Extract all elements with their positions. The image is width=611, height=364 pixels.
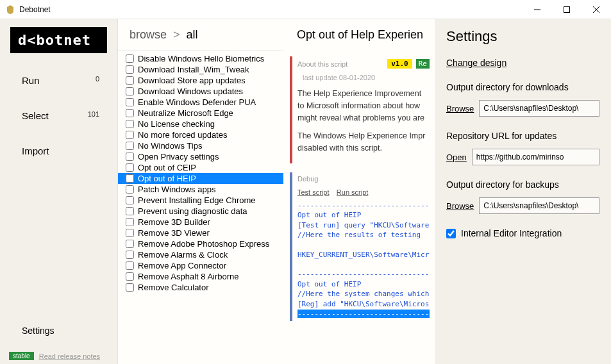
script-checkbox[interactable] — [126, 142, 134, 150]
settings-title: Settings — [446, 28, 599, 45]
editor-integration-label: Internal Editor Integration — [461, 228, 562, 238]
about-panel: About this script v1.0 Re last update 08… — [290, 56, 435, 163]
sidebar-item-run[interactable]: Run 0 — [3, 69, 115, 92]
sidebar-count: 0 — [96, 75, 99, 86]
editor-integration-row[interactable]: Internal Editor Integration — [446, 228, 599, 238]
script-checkbox[interactable] — [126, 240, 134, 248]
last-update: last update 08-01-2020 — [297, 74, 430, 81]
change-design-link[interactable]: Change design — [446, 58, 506, 68]
script-checkbox[interactable] — [126, 131, 134, 139]
script-checkbox[interactable] — [126, 163, 134, 172]
script-checkbox[interactable] — [126, 174, 134, 183]
script-checkbox[interactable] — [126, 109, 134, 117]
script-label: No Windows Tips — [138, 141, 202, 151]
script-label: Remove Alarms & Clock — [138, 250, 228, 260]
sidebar-label: Import — [22, 145, 49, 156]
app-icon — [5, 4, 15, 15]
script-checkbox[interactable] — [126, 153, 134, 161]
script-label: Neutralize Microsoft Edge — [138, 108, 233, 118]
list-item[interactable]: No Windows Tips — [118, 140, 283, 151]
script-checkbox[interactable] — [126, 120, 134, 128]
list-item[interactable]: Download Install_Wim_Tweak — [118, 64, 283, 75]
page-title: Opt out of Help Experien — [297, 28, 423, 42]
script-checkbox[interactable] — [126, 65, 134, 74]
list-item[interactable]: Remove Calculator — [118, 282, 283, 293]
release-notes-link[interactable]: Read release notes — [39, 352, 100, 360]
stable-badge: stable — [9, 352, 34, 360]
list-item[interactable]: Download Store app updates — [118, 75, 283, 86]
output-dl-input[interactable] — [479, 100, 599, 117]
script-checkbox[interactable] — [126, 87, 134, 95]
sidebar-item-import[interactable]: Import — [3, 139, 115, 163]
about-text-1: The Help Experience Improvement to Micro… — [297, 88, 430, 124]
debug-panel: Debug Test script Run script -----------… — [290, 172, 435, 322]
list-item[interactable]: Download Windows updates — [118, 86, 283, 97]
list-item[interactable]: Open Privacy settings — [118, 151, 283, 162]
browse-bk-link[interactable]: Browse — [446, 201, 474, 211]
script-list[interactable]: Disable Windows Hello BiometricsDownload… — [118, 51, 283, 364]
list-item[interactable]: Remove App Connector — [118, 260, 283, 271]
open-repo-link[interactable]: Open — [446, 153, 467, 162]
browse-dl-link[interactable]: Browse — [446, 104, 474, 113]
script-checkbox[interactable] — [126, 207, 134, 215]
editor-integration-checkbox[interactable] — [446, 229, 456, 238]
sidebar: d<botnet Run 0 Select 101 Import Setting… — [0, 19, 117, 364]
script-checkbox[interactable] — [126, 261, 134, 270]
debug-console[interactable]: -------------------------------- Opt out… — [297, 201, 430, 319]
list-item[interactable]: No more forced updates — [118, 129, 283, 140]
test-script-link[interactable]: Test script — [297, 188, 330, 196]
close-button[interactable] — [582, 0, 611, 19]
script-label: Opt out of HEIP — [138, 174, 196, 183]
list-item[interactable]: Disable Windows Hello Biometrics — [118, 53, 283, 64]
about-text-2: The Windows Help Experience Impr disable… — [297, 130, 430, 154]
list-item[interactable]: Opt out of HEIP — [118, 173, 283, 184]
script-label: Remove Adobe Photoshop Express — [138, 239, 269, 249]
breadcrumb-root[interactable]: browse — [130, 28, 167, 42]
list-item[interactable]: Patch Windows apps — [118, 184, 283, 195]
script-checkbox[interactable] — [126, 196, 134, 204]
script-checkbox[interactable] — [126, 283, 134, 292]
list-item[interactable]: Prevent using diagnostic data — [118, 206, 283, 217]
script-checkbox[interactable] — [126, 218, 134, 226]
script-label: No License checking — [138, 119, 215, 129]
list-item[interactable]: No License checking — [118, 119, 283, 129]
script-checkbox[interactable] — [126, 229, 134, 237]
script-label: Download Windows updates — [138, 87, 243, 96]
titlebar: Debotnet — [0, 0, 611, 19]
script-label: Remove Asphalt 8 Airborne — [138, 272, 239, 281]
maximize-button[interactable] — [552, 0, 582, 19]
window-title: Debotnet — [19, 5, 523, 14]
script-label: Prevent Installing Edge Chrome — [138, 195, 256, 205]
run-script-link[interactable]: Run script — [337, 188, 369, 196]
list-item[interactable]: Remove Alarms & Clock — [118, 249, 283, 260]
breadcrumb-current: all — [187, 28, 198, 42]
sidebar-item-select[interactable]: Select 101 — [3, 104, 115, 128]
sidebar-item-settings[interactable]: Settings — [3, 318, 115, 343]
list-item[interactable]: Remove Asphalt 8 Airborne — [118, 271, 283, 282]
list-item[interactable]: Remove Adobe Photoshop Express — [118, 238, 283, 249]
script-checkbox[interactable] — [126, 272, 134, 281]
list-item[interactable]: Remove 3D Builder — [118, 217, 283, 228]
footer: stable Read release notes — [9, 352, 100, 360]
script-label: Disable Windows Hello Biometrics — [138, 54, 264, 63]
script-label: Enable Windows Defender PUA — [138, 97, 256, 107]
script-checkbox[interactable] — [126, 185, 134, 194]
script-checkbox[interactable] — [126, 251, 134, 259]
repo-input[interactable] — [472, 149, 599, 165]
script-checkbox[interactable] — [126, 98, 134, 106]
debug-label: Debug — [297, 175, 318, 183]
chevron-right-icon: > — [173, 28, 180, 42]
script-label: Remove 3D Viewer — [138, 228, 210, 238]
sidebar-count: 101 — [88, 110, 99, 121]
list-item[interactable]: Enable Windows Defender PUA — [118, 97, 283, 108]
script-checkbox[interactable] — [126, 54, 134, 63]
list-item[interactable]: Remove 3D Viewer — [118, 228, 283, 238]
script-checkbox[interactable] — [126, 76, 134, 85]
list-item[interactable]: Opt out of CEIP — [118, 162, 283, 173]
output-bk-input[interactable] — [479, 197, 599, 214]
script-label: Open Privacy settings — [138, 152, 219, 161]
script-label: Remove 3D Builder — [138, 217, 210, 227]
list-item[interactable]: Neutralize Microsoft Edge — [118, 108, 283, 119]
list-item[interactable]: Prevent Installing Edge Chrome — [118, 195, 283, 206]
minimize-button[interactable] — [523, 0, 552, 19]
